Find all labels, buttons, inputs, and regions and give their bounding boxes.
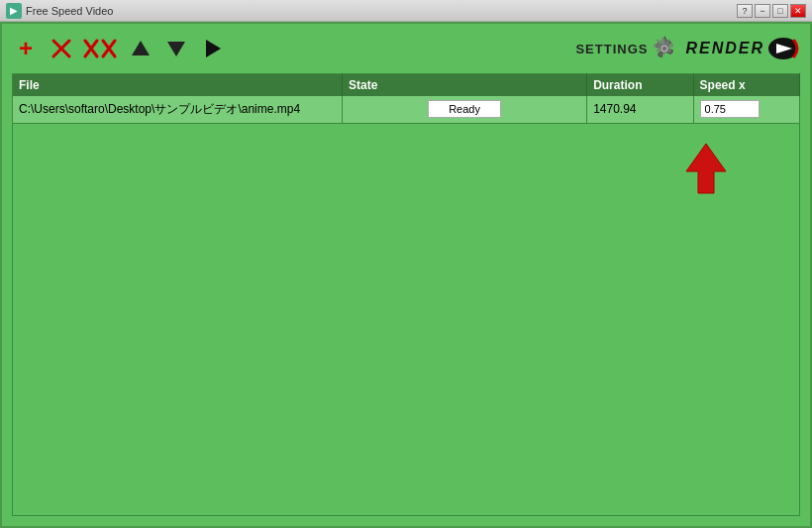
plus-icon: + [19, 37, 33, 60]
col-header-speed: Speed x [693, 74, 799, 96]
red-up-arrow-icon [684, 142, 728, 195]
remove-button[interactable] [48, 35, 75, 62]
up-arrow-icon [130, 38, 152, 59]
file-table: File State Duration Speed x C:\Users\sof… [12, 73, 800, 124]
add-button[interactable]: + [12, 35, 40, 62]
col-header-state: State [343, 74, 587, 96]
x-icon [50, 37, 73, 60]
toolbar-left: + [12, 35, 226, 62]
svg-marker-15 [686, 144, 726, 193]
play-button[interactable] [198, 35, 226, 62]
toolbar-right: Settings RENDER [575, 36, 800, 61]
render-logo-icon [766, 36, 800, 61]
double-x-icon [83, 37, 119, 60]
move-down-button[interactable] [162, 35, 190, 62]
toolbar: + [2, 24, 810, 73]
col-header-file: File [13, 74, 343, 96]
maximize-button[interactable]: □ [772, 4, 788, 18]
svg-marker-6 [132, 41, 150, 55]
file-list-area: File State Duration Speed x C:\Users\sof… [2, 73, 810, 526]
col-header-duration: Duration [587, 74, 693, 96]
title-bar-left: ▶ Free Speed Video [6, 3, 113, 19]
table-row: C:\Users\softaro\Desktop\サンプルビデオ\anime.m… [13, 96, 800, 124]
speed-input[interactable] [700, 100, 760, 118]
state-badge: Ready [428, 100, 501, 118]
close-button[interactable]: ✕ [790, 4, 806, 18]
svg-point-12 [662, 47, 666, 51]
play-icon [201, 38, 223, 59]
table-header-row: File State Duration Speed x [13, 74, 800, 96]
title-bar: ▶ Free Speed Video ? − □ ✕ [0, 0, 812, 22]
main-window: + [0, 22, 812, 528]
gear-icon [652, 36, 677, 61]
app-title: Free Speed Video [26, 5, 113, 17]
minimize-button[interactable]: − [755, 4, 770, 18]
svg-marker-7 [167, 42, 185, 56]
duration-cell: 1470.94 [587, 96, 693, 124]
file-cell: C:\Users\softaro\Desktop\サンプルビデオ\anime.m… [13, 96, 343, 124]
move-up-button[interactable] [127, 35, 154, 62]
down-arrow-icon [165, 38, 187, 59]
render-label: RENDER [685, 40, 764, 57]
settings-label: Settings [575, 42, 648, 56]
green-area [12, 124, 800, 516]
red-arrow [684, 142, 728, 195]
render-button[interactable]: RENDER [685, 36, 800, 61]
speed-cell [693, 96, 799, 124]
help-button[interactable]: ? [737, 4, 753, 18]
svg-marker-8 [206, 40, 221, 57]
state-cell: Ready [343, 96, 587, 124]
settings-button[interactable]: Settings [575, 36, 677, 61]
remove-all-button[interactable] [83, 35, 119, 62]
title-bar-buttons: ? − □ ✕ [737, 4, 806, 18]
app-icon: ▶ [6, 3, 22, 19]
